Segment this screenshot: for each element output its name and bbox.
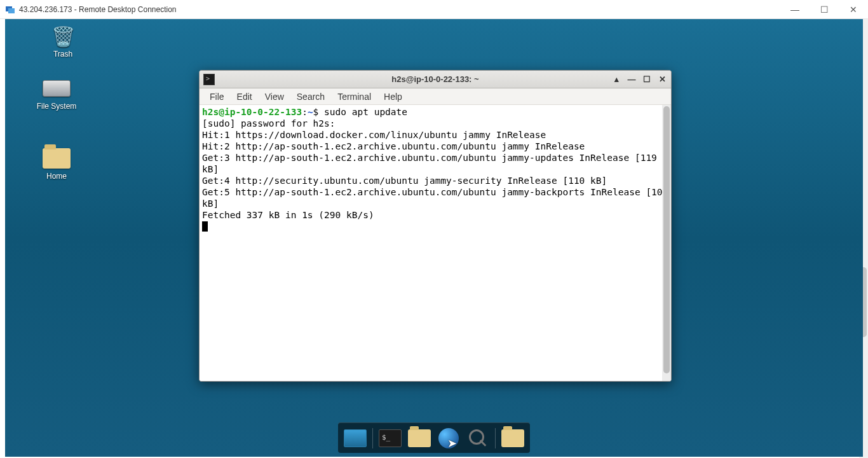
rdp-title-text: 43.204.236.173 - Remote Desktop Connecti… — [19, 5, 177, 14]
dock-panel: ➤ — [338, 422, 530, 453]
menu-edit[interactable]: Edit — [231, 90, 259, 104]
rdp-minimize-button[interactable]: — — [780, 0, 810, 19]
dock-show-desktop[interactable] — [342, 426, 369, 450]
dock-web-browser[interactable]: ➤ — [435, 426, 462, 450]
terminal-minimize-button[interactable]: — — [625, 74, 638, 85]
rdp-icon — [5, 4, 15, 15]
terminal-command: sudo apt update — [324, 107, 407, 117]
rdp-close-button[interactable]: ✕ — [839, 0, 868, 19]
terminal-rollup-button[interactable]: ▴ — [610, 74, 623, 85]
terminal-title-text: h2s@ip-10-0-22-133: ~ — [391, 74, 478, 84]
rdp-maximize-button[interactable]: ☐ — [810, 0, 839, 19]
trash-icon: 🗑️ — [48, 24, 78, 48]
prompt-path: ~ — [308, 107, 313, 117]
dock-separator — [372, 428, 373, 448]
desktop-icon-trash[interactable]: 🗑️ Trash — [34, 24, 92, 59]
menu-file[interactable]: File — [203, 90, 231, 104]
folder-glyph-icon — [408, 429, 431, 447]
cursor-icon: ➤ — [447, 436, 457, 450]
svg-rect-1 — [8, 8, 15, 13]
menu-help[interactable]: Help — [377, 90, 409, 104]
folder-icon — [41, 146, 72, 170]
rdp-titlebar: 43.204.236.173 - Remote Desktop Connecti… — [0, 0, 868, 19]
terminal-glyph-icon — [379, 429, 402, 447]
desktop-glyph-icon — [344, 429, 367, 447]
dock-separator — [495, 428, 496, 448]
dock-app-finder[interactable] — [465, 426, 491, 450]
desktop-icon-label: Home — [46, 172, 67, 181]
desktop-icon-home[interactable]: Home — [28, 146, 85, 181]
menu-view[interactable]: View — [259, 90, 290, 104]
terminal-scrollbar-thumb[interactable] — [663, 106, 670, 373]
drive-icon — [41, 76, 72, 101]
terminal-output-line: Get:5 http://ap-south-1.ec2.archive.ubun… — [202, 187, 672, 209]
terminal-cursor — [202, 221, 208, 232]
dock-terminal[interactable] — [377, 426, 403, 450]
terminal-titlebar[interactable]: h2s@ip-10-0-22-133: ~ ▴ — ☐ ✕ — [200, 71, 671, 88]
terminal-output-line: Get:4 http://security.ubuntu.com/ubuntu … — [202, 176, 607, 186]
terminal-menubar: File Edit View Search Terminal Help — [200, 88, 671, 105]
menu-search[interactable]: Search — [290, 90, 331, 104]
terminal-app-icon — [203, 74, 215, 85]
terminal-output-line: Hit:1 https://download.docker.com/linux/… — [202, 130, 546, 140]
prompt-user: h2s@ip-10-0-22-133 — [202, 107, 302, 117]
terminal-output-line: Get:3 http://ap-south-1.ec2.archive.ubun… — [202, 153, 663, 174]
terminal-window[interactable]: h2s@ip-10-0-22-133: ~ ▴ — ☐ ✕ File Edit … — [199, 70, 672, 382]
remote-desktop: 🗑️ Trash File System Home h2s@ip-10-0-22… — [5, 19, 863, 457]
terminal-maximize-button[interactable]: ☐ — [641, 74, 653, 85]
terminal-scrollbar[interactable] — [662, 105, 671, 381]
desktop-icon-filesystem[interactable]: File System — [28, 76, 85, 111]
terminal-output-line: Hit:2 http://ap-south-1.ec2.archive.ubun… — [202, 141, 585, 151]
terminal-body[interactable]: h2s@ip-10-0-22-133:~$ sudo apt update [s… — [200, 105, 671, 381]
dock-home-folder[interactable] — [499, 426, 526, 450]
terminal-output-line: Fetched 337 kB in 1s (290 kB/s) — [202, 210, 374, 220]
dock-file-manager[interactable] — [406, 426, 433, 450]
terminal-close-button[interactable]: ✕ — [656, 74, 668, 85]
desktop-icon-label: Trash — [53, 50, 72, 59]
menu-terminal[interactable]: Terminal — [331, 90, 377, 104]
terminal-output-line: [sudo] password for h2s: — [202, 118, 336, 128]
desktop-icon-label: File System — [37, 102, 77, 111]
folder-glyph-icon — [501, 429, 524, 447]
magnifier-icon — [468, 428, 488, 448]
